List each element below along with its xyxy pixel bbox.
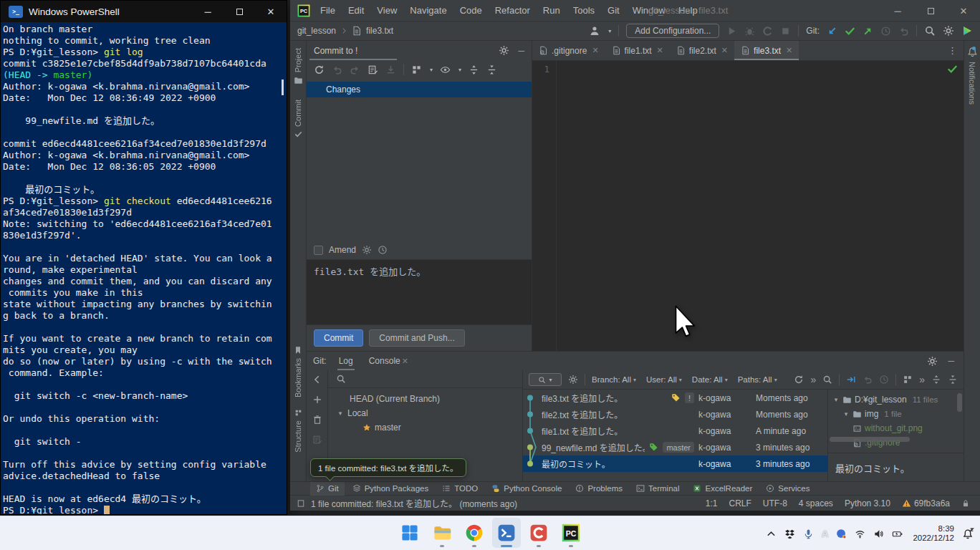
volume-icon[interactable] bbox=[873, 529, 884, 539]
menu-file[interactable]: File bbox=[314, 3, 342, 18]
back-button[interactable] bbox=[312, 375, 322, 385]
branch-row-head-current-branch-[interactable]: HEAD (Current Branch) bbox=[328, 392, 522, 406]
menu-run[interactable]: Run bbox=[537, 3, 567, 18]
chrome-app[interactable] bbox=[460, 518, 489, 548]
status-item[interactable]: CRLF bbox=[729, 498, 751, 508]
refresh-log-button[interactable] bbox=[794, 375, 804, 385]
account-tray-icon[interactable] bbox=[836, 529, 847, 539]
commit-message-input[interactable]: file3.txt を追加した。 bbox=[307, 259, 532, 325]
commit-button[interactable]: Commit bbox=[314, 329, 363, 347]
commit-message-history-button[interactable] bbox=[368, 64, 378, 75]
notification-center-bell-icon[interactable] bbox=[962, 528, 974, 540]
chevron-down-icon[interactable]: ▾ bbox=[832, 396, 840, 403]
dropbox-tray-icon[interactable] bbox=[784, 529, 795, 539]
gear-icon[interactable] bbox=[568, 375, 578, 385]
changes-node[interactable]: Changes bbox=[307, 82, 532, 97]
toolwindow-python-packages[interactable]: Python Packages bbox=[347, 482, 435, 496]
sidebar-item-commit[interactable]: Commit bbox=[294, 100, 302, 138]
editor-tab-.gitignore[interactable]: .gitignore✕ bbox=[532, 41, 605, 60]
file-explorer-app[interactable] bbox=[428, 518, 456, 548]
powershell-scrollbar[interactable] bbox=[282, 79, 284, 95]
commit-notification-balloon[interactable]: 1 file committed: file3.txt を追加した。 bbox=[310, 458, 466, 477]
minimize-button[interactable]: ─ bbox=[881, 0, 914, 21]
more-icon[interactable]: » bbox=[919, 375, 925, 385]
add-button[interactable] bbox=[312, 395, 322, 405]
status-item[interactable]: Python 3.10 bbox=[845, 498, 890, 508]
status-item[interactable]: UTF-8 bbox=[763, 498, 787, 508]
menu-view[interactable]: View bbox=[370, 3, 403, 18]
menu-git[interactable]: Git bbox=[601, 3, 626, 18]
commit-row[interactable]: file2.txt を追加した。k-ogawaMoments ago bbox=[523, 406, 827, 423]
maximize-button[interactable] bbox=[914, 0, 947, 21]
group-by-button[interactable] bbox=[411, 64, 422, 75]
branch-row-master[interactable]: master bbox=[328, 420, 522, 435]
expand-graph-button[interactable] bbox=[931, 375, 941, 385]
start-button[interactable] bbox=[395, 518, 424, 548]
minimize-button[interactable]: ─ bbox=[192, 1, 224, 22]
history-icon[interactable] bbox=[378, 245, 388, 255]
commit-toolbar-button[interactable] bbox=[845, 26, 855, 37]
more-icon[interactable]: » bbox=[810, 375, 816, 385]
taskbar-clock[interactable]: 8:39 2022/12/12 bbox=[913, 524, 954, 543]
wifi-icon[interactable] bbox=[855, 529, 865, 539]
pycharm-app[interactable]: PC bbox=[557, 518, 585, 548]
status-item[interactable]: 4 spaces bbox=[799, 498, 833, 508]
editor-content[interactable]: 1 bbox=[532, 61, 964, 351]
log-search-field[interactable]: ▾ bbox=[529, 373, 562, 386]
gear-icon[interactable] bbox=[499, 45, 509, 56]
toolwindow-services[interactable]: Services bbox=[760, 482, 815, 496]
close-tab-icon[interactable]: ✕ bbox=[402, 357, 408, 366]
powershell-titlebar[interactable]: >_ Windows PowerShell ─ ✕ bbox=[1, 1, 287, 22]
update-project-button[interactable] bbox=[827, 26, 837, 37]
expand-all-button[interactable] bbox=[469, 64, 479, 75]
group-by-button[interactable] bbox=[903, 375, 913, 385]
breadcrumb-file[interactable]: file3.txt bbox=[366, 26, 393, 36]
powershell-terminal[interactable]: On branch masternothing to commit, worki… bbox=[1, 22, 287, 514]
file-tree-row[interactable]: ▾img1 file bbox=[828, 407, 964, 421]
close-tab-icon[interactable]: ✕ bbox=[592, 46, 598, 55]
settings-button[interactable] bbox=[943, 25, 954, 37]
branch-search-row[interactable] bbox=[328, 370, 522, 388]
search-everywhere-button[interactable] bbox=[924, 25, 936, 37]
filter-date[interactable]: Date: All▾ bbox=[692, 375, 728, 384]
menu-refactor[interactable]: Refactor bbox=[489, 3, 537, 18]
editor-tab-file3.txt[interactable]: file3.txt✕ bbox=[734, 41, 799, 60]
file-tree-row[interactable]: without_git.png bbox=[828, 421, 964, 435]
chevron-down-icon[interactable]: ▾ bbox=[842, 410, 850, 418]
close-button[interactable]: ✕ bbox=[947, 0, 980, 21]
toolwindow-terminal[interactable]: Terminal bbox=[630, 482, 685, 496]
more-tabs-icon[interactable]: ⋮ bbox=[941, 41, 964, 60]
commit-and-push-button[interactable]: Commit and Push... bbox=[369, 329, 464, 347]
toolwindow-todo[interactable]: TODO bbox=[436, 482, 484, 496]
tab-log[interactable]: Log bbox=[331, 352, 361, 370]
view-options-button[interactable] bbox=[440, 64, 451, 75]
close-tab-icon[interactable]: ✕ bbox=[786, 46, 792, 55]
menu-edit[interactable]: Edit bbox=[342, 3, 370, 18]
collapse-all-button[interactable] bbox=[486, 64, 497, 75]
menu-navigate[interactable]: Navigate bbox=[403, 3, 453, 18]
tray-overflow-button[interactable] bbox=[766, 529, 777, 539]
layout-icon[interactable] bbox=[297, 499, 305, 508]
push-toolbar-button[interactable] bbox=[863, 26, 873, 37]
search-log-button[interactable] bbox=[822, 375, 832, 385]
editor-tab-file1.txt[interactable]: file1.txt✕ bbox=[605, 41, 670, 60]
refresh-changes-button[interactable] bbox=[314, 64, 325, 75]
go-to-hash-button[interactable] bbox=[846, 375, 856, 385]
menu-tools[interactable]: Tools bbox=[567, 3, 601, 18]
horizontal-scrollbar[interactable] bbox=[830, 437, 910, 442]
close-button[interactable]: ✕ bbox=[255, 1, 287, 22]
filter-branch[interactable]: Branch: All▾ bbox=[592, 375, 636, 384]
commit-row[interactable]: file3.txt を追加した。!k-ogawaMoments ago bbox=[523, 390, 827, 406]
add-configuration-button[interactable]: Add Configuration... bbox=[626, 24, 719, 38]
battery-icon[interactable] bbox=[892, 529, 903, 539]
gear-icon[interactable] bbox=[362, 245, 372, 255]
tab-console[interactable]: Console✕ bbox=[361, 352, 416, 370]
camtasia-app[interactable] bbox=[524, 518, 553, 548]
menu-code[interactable]: Code bbox=[453, 3, 489, 18]
gear-icon[interactable] bbox=[927, 356, 938, 367]
ime-indicator[interactable]: A bbox=[822, 529, 828, 539]
vertical-scrollbar[interactable] bbox=[957, 393, 962, 412]
ide-updates-icon[interactable] bbox=[961, 25, 973, 37]
changes-tree[interactable]: Changes bbox=[307, 79, 532, 241]
sidebar-item-project[interactable]: Project bbox=[294, 48, 303, 85]
